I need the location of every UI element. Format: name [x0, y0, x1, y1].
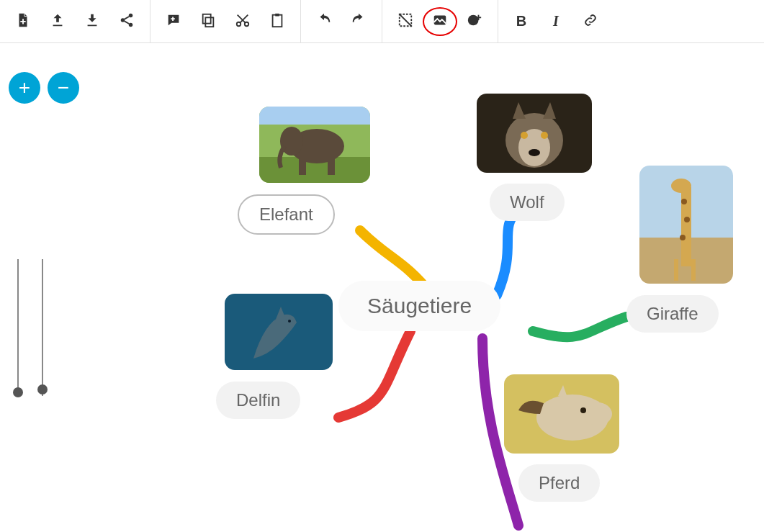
share-icon	[119, 12, 135, 31]
node-wolf-label: Wolf	[510, 192, 544, 212]
paste-icon	[269, 12, 285, 31]
mindmap-canvas[interactable]: Säugetiere Elefant Wolf Giraffe Pferd De…	[0, 43, 764, 532]
svg-point-0	[129, 13, 133, 17]
image-button[interactable]	[423, 4, 457, 39]
bold-button[interactable]: B	[504, 4, 539, 39]
node-pferd[interactable]: Pferd	[518, 464, 600, 502]
toolbar-group-insert	[382, 0, 498, 42]
node-pferd-label: Pferd	[539, 473, 580, 492]
toolbar-group-edit	[150, 0, 301, 42]
deselect-icon	[397, 12, 413, 31]
thumb-pferd[interactable]	[504, 374, 619, 454]
node-delfin-label: Delfin	[236, 390, 280, 410]
svg-rect-18	[328, 153, 335, 175]
svg-rect-34	[691, 259, 696, 281]
svg-point-1	[121, 18, 125, 22]
toolbar: B I	[0, 0, 764, 43]
svg-rect-3	[205, 17, 213, 27]
svg-point-37	[680, 235, 686, 240]
svg-rect-4	[203, 14, 211, 23]
node-giraffe-label: Giraffe	[647, 304, 698, 323]
redo-icon	[351, 12, 367, 31]
node-elefant[interactable]: Elefant	[238, 194, 335, 235]
copy-icon	[200, 12, 216, 31]
svg-point-26	[521, 132, 528, 139]
svg-point-2	[129, 22, 133, 26]
svg-rect-8	[275, 13, 279, 16]
download-icon	[84, 12, 100, 31]
redo-button[interactable]	[341, 4, 376, 39]
svg-rect-33	[674, 259, 678, 281]
svg-point-45	[288, 320, 291, 323]
toolbar-group-file	[0, 0, 150, 42]
image-icon	[432, 12, 448, 31]
italic-button[interactable]: I	[539, 4, 573, 39]
thumb-wolf[interactable]	[477, 94, 592, 173]
upload-button[interactable]	[40, 4, 75, 39]
download-button[interactable]	[75, 4, 109, 39]
svg-rect-13	[476, 17, 481, 18]
link-icon	[583, 12, 598, 31]
emoji-icon	[467, 12, 482, 31]
thumb-delfin[interactable]	[225, 294, 333, 370]
svg-point-11	[468, 14, 479, 25]
share-button[interactable]	[109, 4, 144, 39]
add-comment-button[interactable]	[156, 4, 191, 39]
bold-icon: B	[516, 13, 526, 30]
svg-point-27	[541, 132, 548, 139]
thumb-elefant[interactable]	[259, 107, 370, 183]
svg-point-40	[583, 402, 612, 425]
svg-rect-7	[273, 14, 282, 26]
cut-button[interactable]	[225, 4, 260, 39]
svg-point-36	[684, 217, 690, 222]
thumb-giraffe[interactable]	[639, 166, 733, 284]
paste-button[interactable]	[260, 4, 295, 39]
deselect-button[interactable]	[388, 4, 423, 39]
add-comment-icon	[166, 12, 181, 31]
upload-icon	[50, 12, 66, 31]
toolbar-group-history	[301, 0, 382, 42]
italic-icon: I	[553, 13, 559, 30]
node-delfin[interactable]: Delfin	[216, 382, 300, 419]
emoji-button[interactable]	[457, 4, 492, 39]
svg-rect-20	[259, 107, 370, 125]
svg-point-41	[580, 407, 586, 413]
new-file-icon	[15, 12, 31, 31]
link-button[interactable]	[573, 4, 608, 39]
svg-point-28	[529, 149, 540, 156]
svg-rect-17	[299, 153, 306, 175]
svg-point-35	[681, 199, 687, 204]
node-wolf[interactable]: Wolf	[490, 184, 565, 221]
node-center[interactable]: Säugetiere	[338, 281, 500, 331]
copy-button[interactable]	[191, 4, 225, 39]
undo-icon	[316, 12, 332, 31]
cut-icon	[235, 12, 251, 31]
svg-point-32	[671, 179, 691, 193]
node-elefant-label: Elefant	[259, 204, 313, 224]
undo-button[interactable]	[307, 4, 341, 39]
node-center-label: Säugetiere	[367, 294, 472, 317]
toolbar-group-format: B I	[498, 0, 614, 42]
node-giraffe[interactable]: Giraffe	[626, 295, 719, 333]
new-file-button[interactable]	[6, 4, 40, 39]
